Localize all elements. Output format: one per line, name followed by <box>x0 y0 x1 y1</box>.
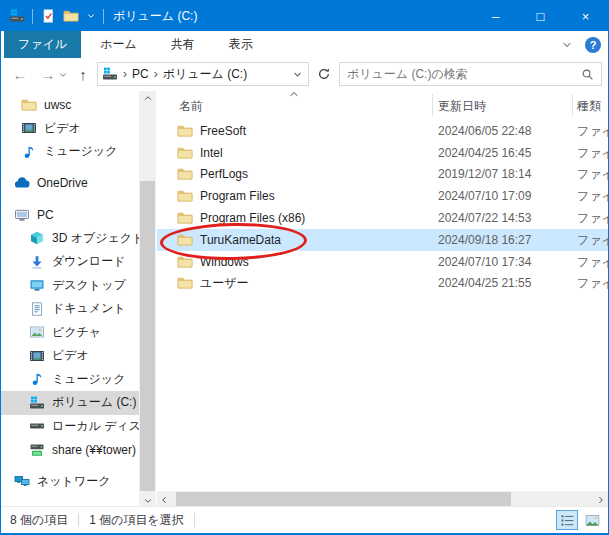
folder-icon <box>177 188 193 204</box>
sidebar-item-label: ダウンロード <box>52 253 125 270</box>
sidebar-scrollbar-thumb[interactable] <box>140 181 155 491</box>
thumbnail-view-button[interactable] <box>581 510 603 530</box>
sidebar-item[interactable]: ミュージック <box>1 368 139 392</box>
ribbon-tab[interactable]: ホーム <box>85 31 152 58</box>
sidebar-item[interactable]: ビデオ <box>1 117 139 141</box>
search-box <box>339 62 602 86</box>
video-icon <box>29 348 45 364</box>
drive-icon <box>9 8 25 24</box>
breadcrumb-label: ボリューム (C:) <box>163 66 247 83</box>
sidebar-item[interactable]: ボリューム (C:) <box>1 391 139 415</box>
toolbar-separator <box>32 9 33 24</box>
expand-ribbon-chevron-icon[interactable] <box>561 39 573 51</box>
status-bar: 8 個の項目 1 個の項目を選択 <box>1 506 608 533</box>
column-headers: 名前 更新日時 種類 <box>157 91 608 119</box>
file-row[interactable]: FreeSoft 2024/06/05 22:48 ファイ <box>157 120 608 142</box>
navigation-bar: ← → ↑ › PC › ボリューム (C:) <box>1 58 608 91</box>
file-name-cell: Program Files (x86) <box>177 207 305 229</box>
ribbon-tab[interactable]: 表示 <box>214 31 268 58</box>
up-button[interactable]: ↑ <box>71 58 95 91</box>
sidebar-item[interactable]: ローカル ディスク (D <box>1 415 139 439</box>
document-icon <box>29 301 45 317</box>
file-name-cell: PerfLogs <box>177 164 248 186</box>
file-name-cell: TuruKameData <box>177 229 281 251</box>
file-rows: FreeSoft 2024/06/05 22:48 ファイ Intel 2024… <box>157 120 608 294</box>
drive-plain-icon <box>29 418 45 434</box>
folder-icon <box>177 166 193 182</box>
cloud-icon <box>14 175 30 191</box>
column-separator[interactable] <box>432 94 433 116</box>
column-header-name[interactable]: 名前 <box>179 98 203 115</box>
sort-ascending-icon <box>288 88 300 100</box>
file-type-cell: ファイ <box>577 275 609 292</box>
sidebar-item[interactable]: PC <box>1 203 139 227</box>
sidebar-item-label: ミュージック <box>44 143 117 160</box>
sidebar-item[interactable]: デスクトップ <box>1 274 139 298</box>
status-separator <box>194 513 195 527</box>
search-input[interactable] <box>340 67 581 81</box>
breadcrumb-item[interactable]: › PC <box>118 67 149 81</box>
sidebar-item[interactable]: share (¥¥tower) ( <box>1 438 139 462</box>
sidebar-item[interactable]: ミュージック <box>1 140 139 164</box>
file-name-cell: ユーザー <box>177 273 249 295</box>
breadcrumb-chevron-icon[interactable]: › <box>154 67 158 81</box>
file-modified-cell: 2024/06/05 22:48 <box>438 124 531 138</box>
ribbon-tab[interactable]: 共有 <box>156 31 210 58</box>
sidebar-item[interactable]: ドキュメント <box>1 297 139 321</box>
address-dropdown-chevron-icon[interactable] <box>292 69 303 80</box>
sidebar-item[interactable]: ビデオ <box>1 344 139 368</box>
folder-icon <box>177 145 193 161</box>
file-type-cell: ファイ <box>577 253 609 270</box>
breadcrumb-chevron-icon[interactable]: › <box>123 67 127 81</box>
sidebar-item[interactable]: ネットワーク <box>1 470 139 494</box>
music-icon <box>21 144 37 160</box>
sidebar-item[interactable]: ピクチャ <box>1 321 139 345</box>
sidebar-item[interactable]: OneDrive <box>1 172 139 196</box>
horizontal-scrollbar-thumb[interactable] <box>176 492 511 507</box>
close-button[interactable]: × <box>563 1 608 31</box>
file-row[interactable]: Program Files (x86) 2024/07/22 14:53 ファイ <box>157 207 608 229</box>
file-name: Program Files (x86) <box>200 211 305 225</box>
ribbon-tab-label: ホーム <box>100 36 137 53</box>
file-row[interactable]: ユーザー 2024/04/25 21:55 ファイ <box>157 273 608 295</box>
sidebar-item[interactable]: 3D オブジェクト <box>1 227 139 251</box>
sidebar-item[interactable]: ダウンロード <box>1 250 139 274</box>
file-name: FreeSoft <box>200 124 246 138</box>
details-view-button[interactable] <box>556 510 578 530</box>
help-icon[interactable]: ? <box>585 37 601 53</box>
sidebar-item[interactable]: uwsc <box>1 93 139 117</box>
column-separator[interactable] <box>572 94 573 116</box>
address-bar[interactable]: › PC › ボリューム (C:) <box>97 62 309 86</box>
file-row[interactable]: Intel 2024/04/25 16:45 ファイ <box>157 142 608 164</box>
folder-icon <box>177 275 193 291</box>
file-modified-cell: 2019/12/07 18:14 <box>438 167 531 181</box>
file-row[interactable]: Windows 2024/07/10 17:34 ファイ <box>157 251 608 273</box>
properties-icon[interactable] <box>40 8 56 24</box>
column-header-type[interactable]: 種類 <box>577 98 601 115</box>
file-row[interactable]: PerfLogs 2019/12/07 18:14 ファイ <box>157 164 608 186</box>
minimize-button[interactable]: – <box>473 1 518 31</box>
file-row[interactable]: TuruKameData 2024/09/18 16:27 ファイ <box>157 229 608 251</box>
file-type-cell: ファイ <box>577 122 609 139</box>
tree-group-gap <box>1 195 139 203</box>
file-row[interactable]: Program Files 2024/07/10 17:09 ファイ <box>157 185 608 207</box>
file-modified-cell: 2024/07/10 17:34 <box>438 255 531 269</box>
new-folder-icon[interactable] <box>63 8 79 24</box>
breadcrumb-item[interactable]: › ボリューム (C:) <box>149 66 247 83</box>
folder-icon <box>177 123 193 139</box>
title-bar: ボリューム (C:) – □ × <box>1 1 608 31</box>
maximize-button[interactable]: □ <box>518 1 563 31</box>
back-button[interactable]: ← <box>7 58 33 91</box>
download-icon <box>29 254 45 270</box>
sidebar-scrollbar[interactable] <box>139 91 156 508</box>
qat-customize-chevron-icon[interactable] <box>86 11 96 21</box>
history-dropdown-chevron-icon[interactable] <box>55 58 71 91</box>
music-icon <box>29 371 45 387</box>
column-header-modified[interactable]: 更新日時 <box>438 98 486 115</box>
scroll-up-arrow-icon[interactable] <box>139 91 156 105</box>
ribbon-tab[interactable]: ファイル <box>4 31 81 58</box>
file-modified-cell: 2024/07/10 17:09 <box>438 189 531 203</box>
refresh-button[interactable] <box>313 62 335 86</box>
selection-count: 1 個の項目を選択 <box>89 512 184 529</box>
ribbon-tab-label: 表示 <box>229 36 253 53</box>
